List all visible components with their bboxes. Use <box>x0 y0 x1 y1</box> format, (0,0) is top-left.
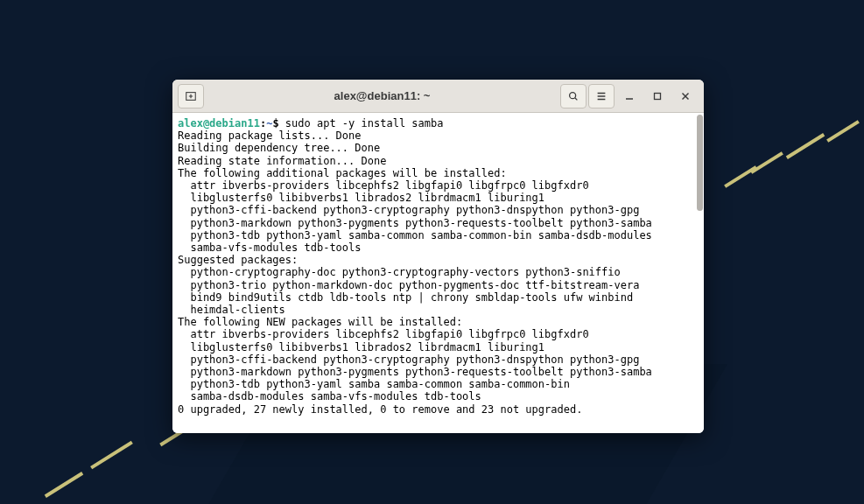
svg-line-4 <box>575 97 578 100</box>
output-line: python3-cffi-backend python3-cryptograph… <box>178 204 639 216</box>
prompt-userhost: alex@debian11 <box>178 117 260 130</box>
output-line: python3-tdb python3-yaml samba-common sa… <box>178 229 652 242</box>
output-line: Building dependency tree... Done <box>178 142 380 154</box>
background-stripe <box>750 151 783 174</box>
background-stripe <box>45 472 84 498</box>
svg-point-3 <box>570 92 576 98</box>
search-icon <box>567 90 580 102</box>
output-line: heimdal-clients <box>178 304 285 316</box>
svg-rect-9 <box>655 93 661 99</box>
hamburger-icon <box>595 90 608 102</box>
titlebar: alex@debian11: ~ <box>172 80 704 113</box>
output-line: samba-vfs-modules tdb-tools <box>178 242 362 254</box>
output-line: The following additional packages will b… <box>178 167 507 179</box>
scrollbar-thumb[interactable] <box>697 115 703 211</box>
output-line: libglusterfs0 libibverbs1 librados2 libr… <box>178 192 544 204</box>
minimize-button[interactable] <box>616 84 643 108</box>
output-line: bind9 bind9utils ctdb ldb-tools ntp | ch… <box>178 291 633 304</box>
new-tab-button[interactable] <box>178 84 204 108</box>
output-line: python3-cffi-backend python3-cryptograph… <box>178 354 639 366</box>
maximize-button[interactable] <box>644 84 671 108</box>
output-line: 0 upgraded, 27 newly installed, 0 to rem… <box>178 403 582 416</box>
output-line: python3-markdown python3-pygments python… <box>178 366 652 378</box>
window-title: alex@debian11: ~ <box>207 89 557 102</box>
terminal-content: alex@debian11:~$ sudo apt -y install sam… <box>172 113 704 421</box>
command-text: sudo apt -y install samba <box>285 117 444 130</box>
terminal-body[interactable]: alex@debian11:~$ sudo apt -y install sam… <box>172 113 704 433</box>
output-line: Suggested packages: <box>178 254 298 266</box>
output-line: python3-tdb python3-yaml samba samba-com… <box>178 378 570 390</box>
output-line: Reading state information... Done <box>178 155 386 167</box>
menu-button[interactable] <box>588 84 615 108</box>
background-stripe <box>90 441 133 470</box>
output-line: python3-markdown python3-pygments python… <box>178 217 652 229</box>
terminal-window: alex@debian11: ~ <box>172 80 704 433</box>
output-line: libglusterfs0 libibverbs1 librados2 libr… <box>178 341 544 354</box>
output-line: samba-dsdb-modules samba-vfs-modules tdb… <box>178 390 481 402</box>
close-button[interactable] <box>672 84 699 108</box>
prompt-dollar: $ <box>272 117 284 130</box>
background-stripe <box>786 133 825 159</box>
output-line: python-cryptography-doc python3-cryptogr… <box>178 266 621 278</box>
maximize-icon <box>653 92 662 101</box>
output-line: Reading package lists... Done <box>178 130 362 142</box>
output-line: The following NEW packages will be insta… <box>178 316 462 328</box>
output-line: attr ibverbs-providers libcephfs2 libgfa… <box>178 179 589 192</box>
new-tab-icon <box>185 90 197 102</box>
output-line: python3-trio python-markdown-doc python-… <box>178 279 639 291</box>
output-line: attr ibverbs-providers libcephfs2 libgfa… <box>178 328 589 340</box>
search-button[interactable] <box>560 84 587 108</box>
minimize-icon <box>625 92 634 101</box>
close-icon <box>681 92 690 101</box>
background-stripe <box>826 120 860 143</box>
